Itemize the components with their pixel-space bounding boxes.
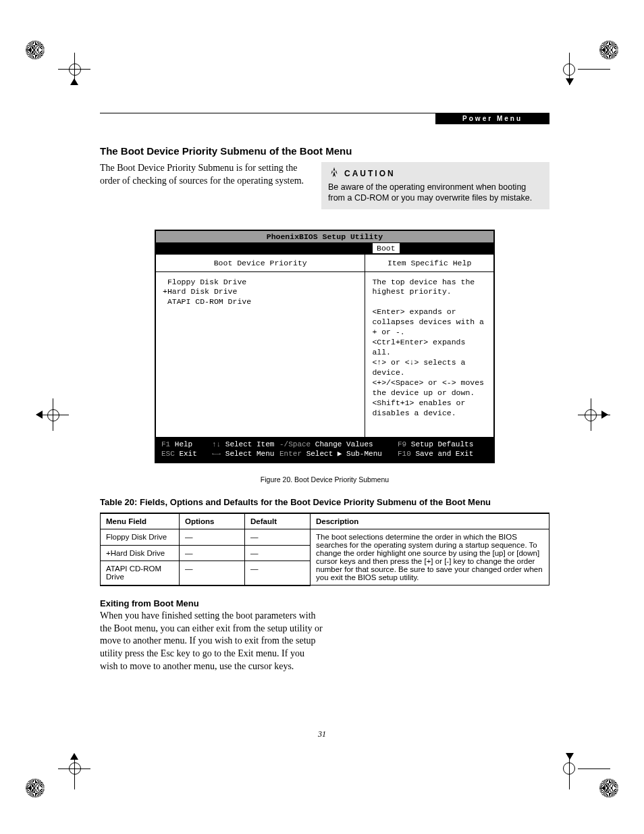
table-header-row: Menu Field Options Default Description <box>101 513 549 529</box>
bios-key-label: Select Item <box>225 440 275 448</box>
caution-icon <box>328 166 340 180</box>
caution-box: CAUTION Be aware of the operating enviro… <box>321 162 549 209</box>
bios-key: Enter <box>279 450 302 458</box>
bios-screen: PhoenixBIOS Setup Utility Boot Boot Devi… <box>155 230 495 464</box>
bios-footer: F1 Help ↑↓ Select Item -/Space Change Va… <box>156 437 493 463</box>
cell-description: The boot selections determine the order … <box>311 529 549 585</box>
cell-options: — <box>180 529 245 545</box>
bios-help-text: The top device has the highest priority.… <box>365 272 493 437</box>
header-tag: Power Menu <box>435 113 549 124</box>
exit-body: When you have finished setting the boot … <box>100 610 323 673</box>
bios-key: ←→ <box>212 450 221 458</box>
cell-menu-field: Floppy Disk Drive <box>101 529 180 545</box>
bios-key: F9 <box>398 440 406 448</box>
crop-mark-icon <box>26 398 66 439</box>
caution-body: Be aware of the operating environment wh… <box>328 182 543 204</box>
intro-paragraph: The Boot Device Priority Submenu is for … <box>100 162 308 188</box>
bios-left-title: Boot Device Priority <box>156 255 365 272</box>
bios-tab-boot: Boot <box>372 242 400 253</box>
bios-right-pane: Item Specific Help The top device has th… <box>365 255 493 437</box>
bios-key-label: Select Menu <box>225 450 275 458</box>
bios-device-list: Floppy Disk Drive +Hard Disk Drive ATAPI… <box>156 272 365 437</box>
cell-default: — <box>245 529 311 545</box>
bios-body: Boot Device Priority Floppy Disk Drive +… <box>156 254 493 437</box>
table-row: Floppy Disk Drive — — The boot selection… <box>101 529 549 545</box>
crop-mark-icon <box>26 757 66 798</box>
cell-default: — <box>245 545 311 561</box>
intro-row: The Boot Device Priority Submenu is for … <box>100 162 549 209</box>
bios-key-label: Save and Exit <box>415 450 473 458</box>
th-options: Options <box>180 513 245 529</box>
bios-key: ESC <box>161 450 175 458</box>
caution-title: CAUTION <box>328 166 543 180</box>
section-title: The Boot Device Priority Submenu of the … <box>100 145 549 157</box>
crop-mark-icon <box>578 398 618 439</box>
bios-key-label: Setup Defaults <box>411 440 473 448</box>
bios-key: F10 <box>398 450 411 458</box>
crop-mark-icon <box>26 41 66 81</box>
exit-title: Exiting from Boot Menu <box>100 598 323 608</box>
page: Power Menu The Boot Device Priority Subm… <box>0 0 644 834</box>
figure-caption: Figure 20. Boot Device Priority Submenu <box>100 475 549 484</box>
bios-key-label: Select ▶ Sub-Menu <box>306 450 382 458</box>
page-number: 31 <box>0 729 644 739</box>
bios-key-label: Change Values <box>315 440 373 448</box>
bios-key: F1 <box>161 440 170 448</box>
fields-table: Menu Field Options Default Description F… <box>100 513 549 586</box>
cell-menu-field: ATAPI CD-ROM Drive <box>101 561 180 585</box>
crop-mark-icon <box>578 757 618 798</box>
th-description: Description <box>311 513 549 529</box>
bios-key: ↑↓ <box>212 440 221 448</box>
bios-titlebar: PhoenixBIOS Setup Utility <box>156 231 493 242</box>
caution-label: CAUTION <box>344 169 396 178</box>
bios-menubar: Boot <box>156 242 493 254</box>
bios-right-title: Item Specific Help <box>365 255 493 272</box>
cell-options: — <box>180 545 245 561</box>
cell-options: — <box>180 561 245 585</box>
cell-menu-field: +Hard Disk Drive <box>101 545 180 561</box>
table-title: Table 20: Fields, Options and Defaults f… <box>100 497 549 507</box>
bios-key-label: Exit <box>179 450 196 458</box>
th-default: Default <box>245 513 311 529</box>
exit-section: Exiting from Boot Menu When you have fin… <box>100 598 323 673</box>
crop-mark-icon <box>578 41 618 81</box>
bios-key: -/Space <box>279 440 311 448</box>
bios-key-label: Help <box>175 440 192 448</box>
cell-default: — <box>245 561 311 585</box>
th-menu-field: Menu Field <box>101 513 180 529</box>
bios-left-pane: Boot Device Priority Floppy Disk Drive +… <box>156 255 365 437</box>
content-area: The Boot Device Priority Submenu of the … <box>100 145 549 673</box>
